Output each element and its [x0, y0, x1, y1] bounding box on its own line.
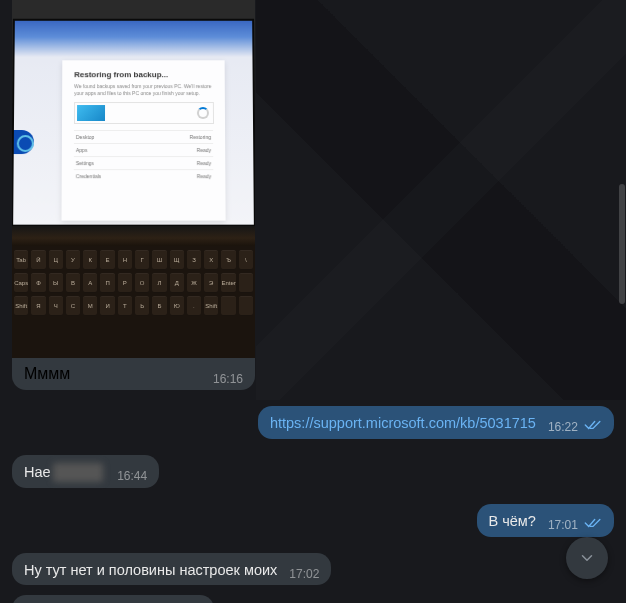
photo-keyboard-key: В [66, 273, 80, 293]
photo-keyboard-key: Г [135, 250, 149, 270]
scroll-to-bottom-button[interactable] [566, 537, 608, 579]
message-text-prefix: Нае [24, 464, 51, 480]
photo-keyboard-key: Т [118, 296, 132, 316]
photo-backup-row: SettingsReady [74, 156, 213, 169]
message-outgoing[interactable]: В чём? 17:01 [477, 504, 614, 537]
message-text: В чём? [489, 513, 536, 529]
message-time: 17:01 [548, 518, 578, 532]
photo-keyboard-key: З [187, 250, 201, 270]
photo-keyboard-key: С [66, 296, 80, 316]
photo-backup-row: AppsReady [74, 143, 213, 156]
message-text: Ну тут нет и половины настроек моих [24, 562, 277, 578]
photo-keyboard-key: К [83, 250, 97, 270]
photo-keyboard-key: Л [152, 273, 166, 293]
photo-keyboard-key: Ц [49, 250, 63, 270]
scrollbar-thumb[interactable] [619, 184, 625, 304]
photo-laptop-screen: Restoring from backup... We found backup… [12, 19, 255, 227]
photo-backup-thumb [77, 105, 105, 121]
photo-keyboard-key: Б [152, 296, 166, 316]
message-caption: Мммм [24, 365, 70, 383]
photo-backup-tile [74, 102, 214, 124]
photo-keyboard-key: Э [204, 273, 218, 293]
photo-keyboard-key: Я [31, 296, 45, 316]
photo-window-subtitle: We found backups saved from your previou… [74, 83, 213, 96]
photo-keyboard-key: Shift [14, 296, 28, 316]
photo-keyboard-key: П [100, 273, 114, 293]
message-link[interactable]: https://support.microsoft.com/kb/5031715 [270, 415, 536, 431]
photo-keyboard-key: Ы [49, 273, 63, 293]
photo-spinner-icon [197, 107, 209, 119]
photo-keyboard-key: О [135, 273, 149, 293]
photo-keyboard-key: Enter [221, 273, 235, 293]
photo-keyboard-key: Щ [170, 250, 184, 270]
photo-keyboard-key: . [187, 296, 201, 316]
chevron-down-icon [578, 549, 596, 567]
message-incoming[interactable]: Которые я б ожидал 17:02 [12, 595, 214, 603]
photo-keyboard-key [221, 296, 235, 316]
read-checks-icon [584, 515, 602, 534]
message-time: 16:16 [213, 372, 243, 386]
photo-keyboard-key: Н [118, 250, 132, 270]
message-incoming[interactable]: Ну тут нет и половины настроек моих 17:0… [12, 553, 331, 586]
attached-photo[interactable]: Restoring from backup... We found backup… [12, 0, 255, 358]
photo-backup-row: DesktopRestoring [74, 130, 213, 143]
read-checks-icon [584, 417, 602, 436]
photo-oobe-back-button [14, 130, 34, 154]
photo-keyboard-key: Tab [14, 250, 28, 270]
redacted-text: xx [53, 463, 104, 482]
photo-keyboard-key: Ю [170, 296, 184, 316]
photo-keyboard-key: Х [204, 250, 218, 270]
photo-keyboard-key: Ш [152, 250, 166, 270]
photo-window-title: Restoring from backup... [74, 70, 213, 79]
message-outgoing-link[interactable]: https://support.microsoft.com/kb/5031715… [258, 406, 614, 439]
photo-keyboard-key: Д [170, 273, 184, 293]
photo-keyboard-key [239, 273, 253, 293]
photo-keyboard-key: Р [118, 273, 132, 293]
photo-keyboard-key: Ъ [221, 250, 235, 270]
message-time: 16:22 [548, 420, 578, 434]
photo-keyboard-key: И [100, 296, 114, 316]
chat-scroll-area[interactable]: Restoring from backup... We found backup… [0, 0, 626, 603]
photo-keyboard-key: Й [31, 250, 45, 270]
message-time: 16:44 [117, 469, 147, 483]
photo-keyboard-key: А [83, 273, 97, 293]
message-incoming[interactable]: Наеxx 16:44 [12, 455, 159, 488]
photo-keyboard-key: \ [239, 250, 253, 270]
message-incoming-image[interactable]: Restoring from backup... We found backup… [12, 0, 255, 390]
photo-backup-row: CredentialsReady [74, 169, 214, 182]
photo-keyboard-key: Ч [49, 296, 63, 316]
photo-restore-window: Restoring from backup... We found backup… [62, 60, 226, 220]
photo-keyboard-key: У [66, 250, 80, 270]
photo-keyboard-key: Е [100, 250, 114, 270]
photo-laptop-hinge [12, 226, 255, 246]
photo-laptop-keyboard: TabЙЦУКЕНГШЩЗХЪ\CapsФЫВАПРОЛДЖЭEnterShif… [12, 246, 255, 358]
photo-keyboard-key [239, 296, 253, 316]
photo-keyboard-key: Ж [187, 273, 201, 293]
message-time: 17:02 [289, 567, 319, 581]
photo-keyboard-key: Ь [135, 296, 149, 316]
photo-keyboard-key: Caps [14, 273, 28, 293]
photo-keyboard-key: Ф [31, 273, 45, 293]
photo-keyboard-key: Shift [204, 296, 218, 316]
photo-keyboard-key: М [83, 296, 97, 316]
